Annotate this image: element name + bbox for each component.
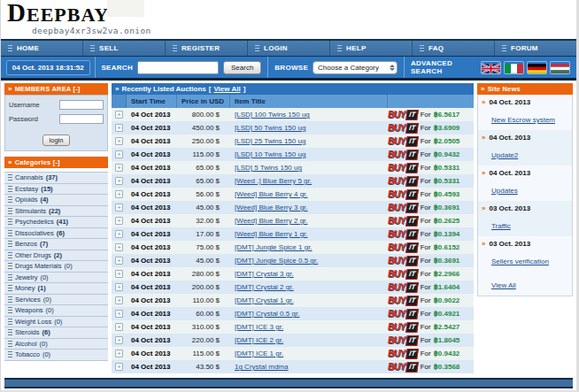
auction-item-link[interactable]: [LSD] 100 Twins 150 ug — [235, 111, 310, 119]
nav-item[interactable]: SELL — [83, 41, 166, 56]
buy-it-now-button[interactable]: BUYIT — [388, 349, 418, 359]
sidebar-category-item[interactable]: Weapons (0) — [4, 305, 108, 317]
buy-it-now-button[interactable]: BUYIT — [388, 150, 418, 160]
nav-item[interactable]: REGISTER — [166, 41, 248, 56]
buy-it-now-button[interactable]: BUYIT — [388, 362, 418, 373]
auction-item-link[interactable]: [LSD] 25 Twins 150 ug — [235, 137, 305, 145]
expand-icon[interactable]: + — [115, 217, 123, 225]
buy-it-now-button[interactable]: BUYIT — [388, 322, 418, 333]
nav-item[interactable]: LOGIN — [248, 41, 330, 56]
search-button[interactable]: Search — [223, 61, 261, 74]
flag-uk-icon[interactable] — [482, 62, 500, 73]
sidebar-category-item[interactable]: Ecstasy (15) — [4, 184, 108, 196]
sidebar-category-item[interactable]: Other Drugs (2) — [4, 250, 108, 262]
expand-icon[interactable]: + — [115, 124, 123, 132]
buy-it-now-button[interactable]: BUYIT — [388, 229, 418, 240]
sidebar-category-item[interactable]: Opioids (4) — [4, 195, 108, 206]
news-link[interactable]: New Escrow system — [491, 116, 555, 124]
expand-icon[interactable]: + — [115, 137, 123, 145]
auction-item-link[interactable]: [DMT] Jungle Spice 1 gr. — [235, 243, 313, 251]
sidebar-category-item[interactable]: Drugs Materials (0) — [4, 261, 108, 273]
auction-item-link[interactable]: [DMT] Crystal 3 gr. — [235, 270, 294, 278]
buy-it-now-button[interactable]: BUYIT — [388, 176, 418, 187]
buy-it-now-button[interactable]: BUYIT — [388, 282, 418, 293]
buy-it-now-button[interactable]: BUYIT — [388, 163, 418, 173]
sidebar-category-item[interactable]: Dissociatives (6) — [4, 228, 108, 240]
auction-item-link[interactable]: [Weed] Blue Berry 2 gr. — [235, 217, 308, 225]
expand-icon[interactable]: + — [115, 204, 123, 211]
auction-item-link[interactable]: [DMT] Crystal 2 gr. — [235, 283, 294, 291]
news-link[interactable]: Traffic — [491, 222, 511, 230]
expand-icon[interactable]: + — [115, 323, 123, 331]
buy-it-now-button[interactable]: BUYIT — [388, 296, 418, 306]
sidebar-category-item[interactable]: Steroids (6) — [4, 327, 108, 339]
auction-item-link[interactable]: [LSD] 10 Twins 150 ug — [235, 150, 305, 158]
sidebar-category-item[interactable]: Psychedelics (41) — [4, 217, 108, 228]
expand-icon[interactable]: + — [115, 177, 123, 185]
auction-item-link[interactable]: [Weed] Blue Berry 4 gr. — [235, 190, 308, 198]
sidebar-category-item[interactable]: Alcohol (0) — [4, 339, 108, 350]
buy-it-now-button[interactable]: BUYIT — [388, 189, 418, 200]
auction-item-link[interactable]: [Weed] Blue Berry 3 gr. — [235, 204, 308, 211]
expand-icon[interactable]: + — [115, 164, 123, 172]
login-button[interactable]: login — [42, 135, 71, 146]
sidebar-category-item[interactable]: Cannabis (37) — [4, 173, 108, 184]
auction-item-link[interactable]: [Weed .] Blue Berry 5 gr. — [235, 177, 312, 185]
buy-it-now-button[interactable]: BUYIT — [388, 203, 418, 213]
news-link[interactable]: Updates — [491, 187, 518, 195]
auction-item-link[interactable]: [LSD] 5 Twins 150 ug — [235, 164, 302, 172]
password-field[interactable] — [59, 114, 104, 124]
sidebar-category-item[interactable]: Services (0) — [4, 295, 108, 306]
expand-icon[interactable]: + — [115, 257, 123, 265]
buy-it-now-button[interactable]: BUYIT — [388, 136, 418, 147]
auction-item-link[interactable]: [DMT] ICE 3 gr. — [235, 323, 283, 331]
flag-hungary-icon[interactable] — [551, 62, 569, 73]
buy-it-now-button[interactable]: BUYIT — [388, 309, 418, 319]
buy-it-now-button[interactable]: BUYIT — [388, 110, 418, 120]
buy-it-now-button[interactable]: BUYIT — [388, 256, 418, 266]
expand-icon[interactable]: + — [115, 350, 123, 357]
nav-item[interactable]: HELP — [330, 41, 413, 56]
flag-italy-icon[interactable] — [505, 62, 523, 73]
news-link[interactable]: Update2 — [491, 151, 518, 159]
site-logo[interactable]: DEEPBAY — [7, 1, 576, 28]
buy-it-now-button[interactable]: BUYIT — [388, 269, 418, 280]
expand-icon[interactable]: + — [115, 150, 123, 158]
auction-item-link[interactable]: [DMT] Jungle Spice 0.5 gr. — [235, 257, 318, 265]
username-field[interactable] — [59, 100, 104, 110]
nav-item[interactable]: HOME — [1, 41, 83, 56]
nav-item[interactable]: FORUM — [495, 41, 576, 56]
buy-it-now-button[interactable]: BUYIT — [388, 216, 418, 227]
auction-item-link[interactable]: [DMT] ICE 1 gr. — [235, 350, 283, 357]
auction-item-link[interactable]: [Weed] Blue Berry 1 gr. — [235, 230, 308, 238]
auction-item-link[interactable]: [DMT] ICE 2 gr. — [235, 336, 283, 344]
category-select[interactable]: Choose a Category — [313, 61, 398, 74]
expand-icon[interactable]: + — [115, 230, 123, 238]
sidebar-category-item[interactable]: Tobacco (0) — [4, 350, 108, 361]
auction-item-link[interactable]: 1g Crystal mdma — [235, 363, 288, 371]
sidebar-category-item[interactable]: Jewelry (0) — [4, 273, 108, 284]
sidebar-category-item[interactable]: Stimulants (22) — [4, 206, 108, 218]
buy-it-now-button[interactable]: BUYIT — [388, 123, 418, 134]
auction-item-link[interactable]: [DMT] Crystal 1 gr. — [235, 296, 294, 304]
buy-it-now-button[interactable]: BUYIT — [388, 335, 418, 346]
advanced-search-link[interactable]: ADVANCED SEARCH — [411, 59, 475, 75]
news-link[interactable]: Sellers verification — [491, 257, 549, 265]
sidebar-category-item[interactable]: Benzos (7) — [4, 239, 108, 250]
auctions-view-all-link[interactable]: View All — [213, 85, 240, 93]
expand-icon[interactable]: + — [115, 310, 123, 318]
buy-it-now-button[interactable]: BUYIT — [388, 242, 418, 253]
expand-icon[interactable]: + — [115, 283, 123, 291]
news-view-all-link[interactable]: View All — [491, 281, 516, 289]
sidebar-category-item[interactable]: Money (1) — [4, 283, 108, 295]
auction-item-link[interactable]: [DMT] Crystal 0.5 gr. — [235, 310, 299, 318]
auction-item-link[interactable]: [LSD] 50 Twins 150 ug — [235, 124, 305, 132]
expand-icon[interactable]: + — [115, 111, 123, 119]
sidebar-category-item[interactable]: Weight Loss (0) — [4, 317, 108, 328]
expand-icon[interactable]: + — [115, 190, 123, 198]
expand-icon[interactable]: + — [115, 243, 123, 251]
expand-icon[interactable]: + — [115, 363, 123, 371]
nav-item[interactable]: FAQ — [413, 41, 495, 56]
expand-icon[interactable]: + — [115, 296, 123, 304]
expand-icon[interactable]: + — [115, 336, 123, 344]
